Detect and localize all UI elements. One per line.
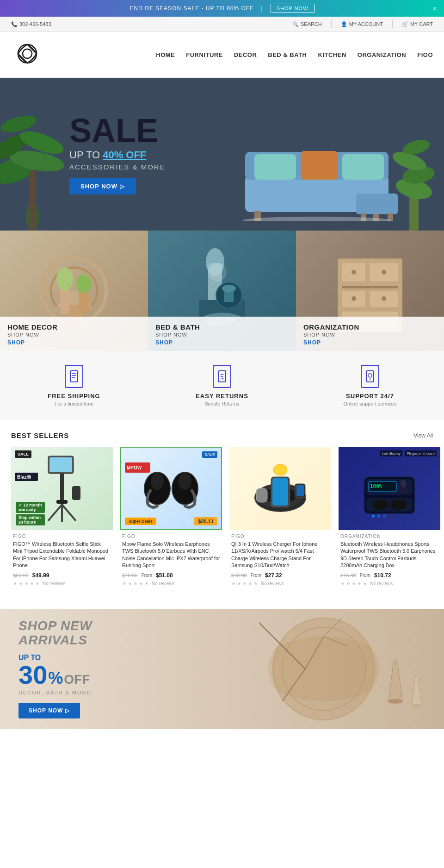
banner-shop-now-button[interactable]: SHOP NOW — [271, 4, 314, 13]
star4: ★ — [139, 581, 143, 587]
shipping-icon — [65, 365, 83, 388]
product-new-price-3: $27.32 — [265, 572, 282, 579]
account-link[interactable]: 👤 MY ACCOUNT — [341, 21, 383, 27]
product-card-3[interactable]: FIGO QI 3 In 1 Wireless Charger For Ipho… — [229, 447, 331, 587]
category-organization[interactable]: ORGANIZATION SHOP NOW SHOP — [296, 231, 444, 351]
svg-point-85 — [401, 480, 406, 487]
organization-link[interactable]: SHOP — [303, 339, 321, 346]
new-arrivals-banner: SHOP NEWARRIVALS UP TO 30 % OFF DECOR, B… — [0, 609, 444, 729]
product-old-price-2: $76.50 — [122, 573, 138, 578]
svg-point-66 — [151, 473, 164, 490]
star2: ★ — [237, 581, 241, 587]
logo[interactable] — [11, 37, 43, 72]
svg-point-91 — [383, 515, 386, 518]
support-icon — [361, 365, 379, 388]
nav-home[interactable]: HOME — [156, 51, 175, 58]
svg-point-2 — [14, 41, 41, 67]
category-bed-bath[interactable]: BED & BATH SHOP NOW SHOP — [148, 231, 296, 351]
home-decor-title: HOME DECOR — [7, 323, 141, 331]
search-link[interactable]: 🔍 SEARCH — [292, 21, 322, 27]
banner-close-button[interactable]: × — [433, 5, 437, 12]
star1: ★ — [122, 581, 127, 587]
product-stars-4: ★ ★ ★ ★ ★ No reviews — [339, 581, 440, 587]
svg-rect-21 — [409, 194, 419, 231]
new-arrivals-shop-now-button[interactable]: SHOP NOW ▷ — [18, 703, 80, 718]
svg-point-92 — [388, 515, 391, 518]
product-brand-4: ORGANIZATION — [339, 534, 440, 539]
organization-title: ORGANIZATION — [303, 323, 437, 331]
product-name-2: Mpow Flame Solo Wireless Earphones TWS B… — [120, 541, 222, 569]
product-stars-2: ★ ★ ★ ★ ★ No reviews — [120, 581, 222, 587]
svg-point-32 — [76, 275, 91, 293]
cart-label: MY CART — [410, 21, 433, 27]
view-all-link[interactable]: View All — [413, 432, 433, 439]
returns-sub: Simple Returns — [148, 401, 296, 406]
product-badge-1: SALE — [15, 450, 31, 458]
organization-sub: SHOP NOW — [303, 332, 437, 337]
hero-banner: SALE UP TO 40% OFF ACCESSORIES & MORE SH… — [0, 78, 444, 231]
home-decor-overlay: HOME DECOR SHOP NOW SHOP — [0, 317, 148, 351]
svg-rect-62 — [72, 486, 80, 500]
product-reviews-4: No reviews — [370, 581, 393, 586]
utility-bar: 📞 302-466-5483 🔍 SEARCH 👤 MY ACCOUNT 🛒 M… — [0, 17, 444, 32]
nav-furniture[interactable]: FURNITURE — [186, 51, 223, 58]
product-reviews-1: No reviews — [43, 581, 65, 586]
star4: ★ — [357, 581, 362, 587]
sale-announcement: END OF SEASON SALE - UP TO 80% OFF — [130, 5, 253, 12]
svg-rect-14 — [342, 154, 384, 180]
svg-point-48 — [382, 270, 386, 275]
products-row: SALE Blaz𝔚 ✓ 12 monthwarranty Ship withi… — [0, 447, 444, 598]
bed-bath-link[interactable]: SHOP — [155, 339, 173, 346]
nav-decor[interactable]: DECOR — [234, 51, 257, 58]
nav-organization[interactable]: ORGANIZATION — [358, 51, 406, 58]
star1: ★ — [13, 581, 18, 587]
cart-link[interactable]: 🛒 MY CART — [402, 21, 433, 27]
star1: ★ — [231, 581, 236, 587]
product-old-price-4: $16.88 — [340, 573, 356, 578]
hero-upto-label: UP TO — [69, 149, 100, 161]
header: HOME FURNITURE DECOR BED & BATH KITCHEN … — [0, 32, 444, 78]
hero-accessories: ACCESSORIES & MORE — [69, 163, 166, 171]
svg-rect-51 — [70, 371, 78, 382]
svg-point-89 — [372, 515, 375, 518]
divider — [331, 20, 332, 28]
home-decor-link[interactable]: SHOP — [7, 339, 25, 346]
product-image-2: MPOW SALE Super Deals $20.11 — [120, 447, 222, 530]
category-home-decor[interactable]: HOME DECOR SHOP NOW SHOP — [0, 231, 148, 351]
product-card-2[interactable]: MPOW SALE Super Deals $20.11 FIGO Mpow F… — [120, 447, 222, 587]
svg-point-88 — [390, 499, 407, 510]
na-percent: 30 — [18, 662, 47, 688]
nav-bed-bath[interactable]: BED & BATH — [268, 51, 307, 58]
star5: ★ — [35, 581, 40, 587]
product-reviews-3: No reviews — [261, 581, 284, 586]
product-card-1[interactable]: SALE Blaz𝔚 ✓ 12 monthwarranty Ship withi… — [11, 447, 113, 587]
star4: ★ — [248, 581, 253, 587]
svg-text:100%: 100% — [370, 483, 382, 489]
svg-point-90 — [377, 515, 380, 518]
product-stars-1: ★ ★ ★ ★ ★ No reviews — [11, 581, 113, 587]
product-card-4[interactable]: 100% Led display Fingerprint touch ORGAN… — [339, 447, 440, 587]
cart-icon: 🛒 — [402, 21, 408, 27]
product-from-2: From — [142, 573, 152, 578]
nav-figo[interactable]: FIGO — [417, 51, 433, 58]
svg-point-47 — [352, 270, 356, 275]
banner-separator: | — [261, 5, 263, 12]
na-off: OFF — [64, 672, 90, 687]
shipping-sub: For a limited time — [0, 401, 148, 406]
divider2 — [392, 20, 393, 28]
support-title: SUPPORT 24/7 — [296, 393, 444, 400]
features-bar: FREE SHIPPING For a limited time EASY RE… — [0, 351, 444, 420]
feature-free-shipping: FREE SHIPPING For a limited time — [0, 365, 148, 406]
hero-shop-now-button[interactable]: SHOP NOW ▷ — [69, 178, 136, 194]
svg-rect-12 — [254, 154, 296, 180]
main-nav: HOME FURNITURE DECOR BED & BATH KITCHEN … — [156, 51, 433, 58]
nav-kitchen[interactable]: KITCHEN — [318, 51, 346, 58]
returns-icon — [213, 365, 231, 388]
product-brand-2: FIGO — [120, 534, 222, 539]
product-prices-1: $69.99 $49.99 — [11, 572, 113, 579]
svg-rect-58 — [49, 457, 72, 472]
product-name-3: QI 3 In 1 Wireless Charger For Iphone 11… — [229, 541, 331, 569]
support-sub: Online support services — [296, 401, 444, 406]
hero-percent: 40% OFF — [103, 149, 146, 161]
brand-logo-1: Blaz𝔚 — [15, 460, 38, 487]
